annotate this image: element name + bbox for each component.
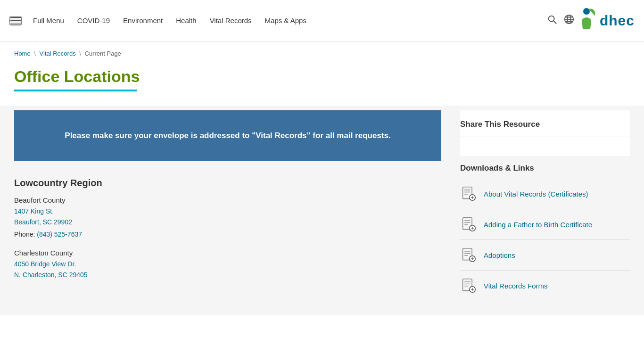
main-content: Please make sure your envelope is addres… [0,106,644,315]
beaufort-phone-label: Phone: [14,230,37,238]
hamburger-button[interactable] [9,16,22,25]
breadcrumb: Home \ Vital Records \ Current Page [0,41,644,61]
right-sidebar: Share This Resource Downloads & Links [460,110,630,301]
download-icon-0 [460,185,477,202]
nav-vital-records[interactable]: Vital Records [205,15,256,26]
page-title-section: Office Locations [0,61,644,106]
page-title: Office Locations [14,67,630,86]
download-link-3[interactable]: Vital Records Forms [484,282,548,290]
download-icon-3 [460,277,477,294]
title-underline [14,90,137,91]
search-button[interactable] [547,14,557,27]
downloads-heading: Downloads & Links [460,156,630,179]
county-beaufort-phone: Phone: (843) 525-7637 [14,229,441,239]
beaufort-phone-number[interactable]: (843) 525-7637 [37,230,82,238]
dhec-logo-icon [574,7,599,35]
downloads-section: Downloads & Links About Vital Records (C… [460,156,630,301]
breadcrumb-sep-1: \ [34,50,36,57]
nav-environment[interactable]: Environment [118,15,167,26]
download-item-2[interactable]: Adoptions [460,240,630,271]
download-link-0[interactable]: About Vital Records (Certificates) [484,190,588,198]
notice-text: Please make sure your envelope is addres… [38,129,418,142]
download-item-3[interactable]: Vital Records Forms [460,271,630,301]
county-charleston-address: 4050 Bridge View Dr. N. Charleston, SC 2… [14,259,441,280]
header: Full Menu COVID-19 Environment Health Vi… [0,0,644,41]
nav-maps-apps[interactable]: Maps & Apps [260,15,311,26]
share-section: Share This Resource [460,110,630,156]
download-item-1[interactable]: Adding a Father to Birth Certificate [460,209,630,240]
content-left: Please make sure your envelope is addres… [14,110,441,301]
county-charleston-name: Charleston County [14,249,441,257]
county-beaufort-address: 1407 King St. Beaufort, SC 29902 [14,206,441,227]
breadcrumb-home[interactable]: Home [14,50,31,57]
svg-line-1 [553,21,556,24]
nav-health[interactable]: Health [171,15,201,26]
breadcrumb-current: Current Page [85,50,121,57]
download-icon-1 [460,216,477,233]
nav-covid19[interactable]: COVID-19 [73,15,115,26]
nav-full-menu[interactable]: Full Menu [28,15,69,26]
download-icon-2 [460,247,477,263]
region-lowcountry: Lowcountry Region Beaufort County 1407 K… [14,178,441,280]
beaufort-address-line2[interactable]: Beaufort, SC 29902 [14,218,72,226]
region-title: Lowcountry Region [14,178,441,189]
notice-box: Please make sure your envelope is addres… [14,110,441,161]
logo-area: dhec [574,7,635,35]
charleston-address-line2[interactable]: N. Charleston, SC 29405 [14,271,88,279]
breadcrumb-sep-2: \ [79,50,81,57]
download-item-0[interactable]: About Vital Records (Certificates) [460,179,630,209]
svg-point-0 [549,16,554,22]
nav-icons [547,14,574,27]
beaufort-address-line1[interactable]: 1407 King St. [14,207,54,215]
dhec-logo[interactable]: dhec [574,7,635,35]
county-charleston: Charleston County 4050 Bridge View Dr. N… [14,249,441,280]
dhec-text: dhec [600,13,635,29]
download-link-2[interactable]: Adoptions [484,251,515,259]
charleston-address-line1[interactable]: 4050 Bridge View Dr. [14,260,76,268]
main-nav: Full Menu COVID-19 Environment Health Vi… [28,15,547,26]
share-heading: Share This Resource [460,120,630,137]
county-beaufort: Beaufort County 1407 King St. Beaufort, … [14,196,441,239]
download-link-1[interactable]: Adding a Father to Birth Certificate [484,221,592,229]
globe-button[interactable] [564,14,574,27]
county-beaufort-name: Beaufort County [14,196,441,204]
breadcrumb-vital-records[interactable]: Vital Records [40,50,76,57]
